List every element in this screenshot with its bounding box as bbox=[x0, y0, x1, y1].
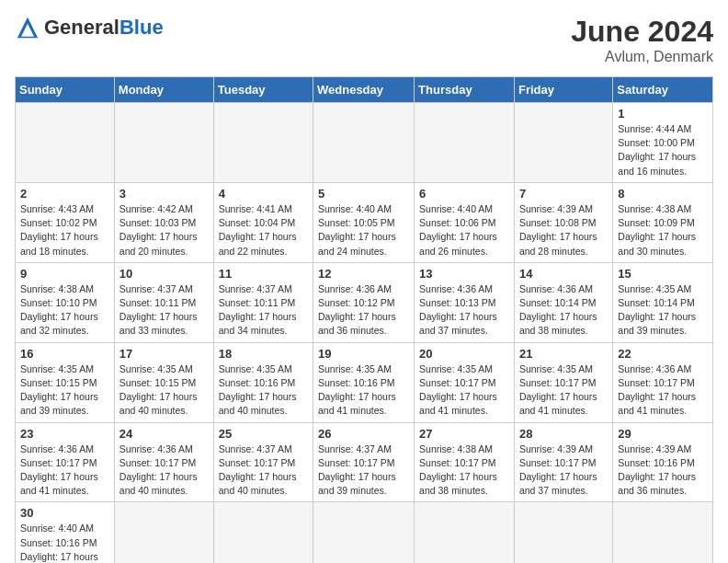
day-number: 30 bbox=[20, 506, 109, 520]
day-info: Sunrise: 4:38 AM Sunset: 10:09 PM Daylig… bbox=[618, 202, 708, 259]
day-info: Sunrise: 4:40 AM Sunset: 10:06 PM Daylig… bbox=[419, 202, 509, 259]
calendar-week-row: 9Sunrise: 4:38 AM Sunset: 10:10 PM Dayli… bbox=[16, 262, 713, 342]
calendar-cell bbox=[514, 502, 612, 563]
calendar-cell: 24Sunrise: 4:36 AM Sunset: 10:17 PM Dayl… bbox=[114, 422, 213, 502]
day-number: 25 bbox=[219, 427, 308, 441]
day-number: 29 bbox=[618, 427, 708, 441]
calendar-cell: 28Sunrise: 4:39 AM Sunset: 10:17 PM Dayl… bbox=[514, 422, 612, 502]
day-number: 8 bbox=[618, 187, 708, 201]
day-info: Sunrise: 4:36 AM Sunset: 10:12 PM Daylig… bbox=[318, 282, 409, 339]
calendar-table: Sunday Monday Tuesday Wednesday Thursday… bbox=[15, 76, 713, 563]
calendar-cell: 21Sunrise: 4:35 AM Sunset: 10:17 PM Dayl… bbox=[514, 342, 612, 422]
day-info: Sunrise: 4:35 AM Sunset: 10:15 PM Daylig… bbox=[20, 362, 109, 419]
day-number: 11 bbox=[219, 267, 308, 281]
calendar-cell: 30Sunrise: 4:40 AM Sunset: 10:16 PM Dayl… bbox=[16, 502, 115, 563]
calendar-cell: 13Sunrise: 4:36 AM Sunset: 10:13 PM Dayl… bbox=[415, 262, 515, 342]
calendar-cell: 17Sunrise: 4:35 AM Sunset: 10:15 PM Dayl… bbox=[114, 342, 213, 422]
calendar-cell: 8Sunrise: 4:38 AM Sunset: 10:09 PM Dayli… bbox=[613, 182, 713, 262]
calendar-cell: 2Sunrise: 4:43 AM Sunset: 10:02 PM Dayli… bbox=[16, 182, 115, 262]
day-number: 14 bbox=[519, 267, 608, 281]
calendar-cell: 5Sunrise: 4:40 AM Sunset: 10:05 PM Dayli… bbox=[313, 182, 415, 262]
day-number: 7 bbox=[519, 187, 608, 201]
header-saturday: Saturday bbox=[613, 77, 713, 103]
day-number: 16 bbox=[20, 347, 109, 361]
day-info: Sunrise: 4:38 AM Sunset: 10:10 PM Daylig… bbox=[20, 282, 109, 339]
header-wednesday: Wednesday bbox=[313, 77, 415, 103]
title-area: June 2024 Avlum, Denmark bbox=[571, 15, 713, 65]
day-info: Sunrise: 4:36 AM Sunset: 10:17 PM Daylig… bbox=[20, 442, 109, 499]
calendar-cell: 9Sunrise: 4:38 AM Sunset: 10:10 PM Dayli… bbox=[16, 262, 115, 342]
calendar-cell bbox=[613, 502, 713, 563]
calendar-cell bbox=[313, 103, 415, 183]
day-number: 9 bbox=[20, 267, 109, 281]
calendar-cell: 29Sunrise: 4:39 AM Sunset: 10:16 PM Dayl… bbox=[613, 422, 713, 502]
calendar-cell: 22Sunrise: 4:36 AM Sunset: 10:17 PM Dayl… bbox=[613, 342, 713, 422]
day-number: 6 bbox=[419, 187, 509, 201]
calendar-cell: 1Sunrise: 4:44 AM Sunset: 10:00 PM Dayli… bbox=[613, 103, 713, 183]
day-number: 13 bbox=[419, 267, 509, 281]
header-sunday: Sunday bbox=[16, 77, 115, 103]
calendar-cell bbox=[213, 103, 313, 183]
calendar-week-row: 16Sunrise: 4:35 AM Sunset: 10:15 PM Dayl… bbox=[16, 342, 713, 422]
calendar-cell: 19Sunrise: 4:35 AM Sunset: 10:16 PM Dayl… bbox=[313, 342, 415, 422]
day-info: Sunrise: 4:41 AM Sunset: 10:04 PM Daylig… bbox=[219, 202, 308, 259]
day-info: Sunrise: 4:36 AM Sunset: 10:17 PM Daylig… bbox=[119, 442, 209, 499]
page-header: GeneralBlue June 2024 Avlum, Denmark bbox=[15, 15, 713, 65]
calendar-cell: 27Sunrise: 4:38 AM Sunset: 10:17 PM Dayl… bbox=[415, 422, 515, 502]
day-info: Sunrise: 4:38 AM Sunset: 10:17 PM Daylig… bbox=[419, 442, 509, 499]
day-info: Sunrise: 4:35 AM Sunset: 10:17 PM Daylig… bbox=[519, 362, 608, 419]
day-number: 5 bbox=[318, 187, 409, 201]
day-number: 4 bbox=[219, 187, 308, 201]
calendar-week-row: 23Sunrise: 4:36 AM Sunset: 10:17 PM Dayl… bbox=[16, 422, 713, 502]
day-number: 24 bbox=[119, 427, 209, 441]
calendar-cell: 6Sunrise: 4:40 AM Sunset: 10:06 PM Dayli… bbox=[415, 182, 515, 262]
day-info: Sunrise: 4:37 AM Sunset: 10:11 PM Daylig… bbox=[219, 282, 308, 339]
location-title: Avlum, Denmark bbox=[571, 49, 713, 65]
day-info: Sunrise: 4:40 AM Sunset: 10:05 PM Daylig… bbox=[318, 202, 409, 259]
day-info: Sunrise: 4:37 AM Sunset: 10:17 PM Daylig… bbox=[318, 442, 409, 499]
calendar-cell bbox=[213, 502, 313, 563]
day-info: Sunrise: 4:36 AM Sunset: 10:14 PM Daylig… bbox=[519, 282, 608, 339]
day-number: 28 bbox=[519, 427, 608, 441]
day-number: 26 bbox=[318, 427, 409, 441]
calendar-cell bbox=[114, 103, 213, 183]
calendar-week-row: 30Sunrise: 4:40 AM Sunset: 10:16 PM Dayl… bbox=[16, 502, 713, 563]
day-number: 21 bbox=[519, 347, 608, 361]
day-number: 3 bbox=[119, 187, 209, 201]
day-number: 22 bbox=[618, 347, 708, 361]
day-number: 10 bbox=[119, 267, 209, 281]
calendar-cell: 15Sunrise: 4:35 AM Sunset: 10:14 PM Dayl… bbox=[613, 262, 713, 342]
month-title: June 2024 bbox=[571, 15, 713, 49]
day-info: Sunrise: 4:37 AM Sunset: 10:11 PM Daylig… bbox=[119, 282, 209, 339]
day-info: Sunrise: 4:35 AM Sunset: 10:16 PM Daylig… bbox=[219, 362, 308, 419]
day-number: 19 bbox=[318, 347, 409, 361]
header-tuesday: Tuesday bbox=[213, 77, 313, 103]
calendar-cell: 3Sunrise: 4:42 AM Sunset: 10:03 PM Dayli… bbox=[114, 182, 213, 262]
day-info: Sunrise: 4:36 AM Sunset: 10:13 PM Daylig… bbox=[419, 282, 509, 339]
calendar-cell: 4Sunrise: 4:41 AM Sunset: 10:04 PM Dayli… bbox=[213, 182, 313, 262]
calendar-cell bbox=[415, 103, 515, 183]
day-number: 18 bbox=[219, 347, 308, 361]
calendar-cell: 26Sunrise: 4:37 AM Sunset: 10:17 PM Dayl… bbox=[313, 422, 415, 502]
day-info: Sunrise: 4:37 AM Sunset: 10:17 PM Daylig… bbox=[219, 442, 308, 499]
calendar-cell: 12Sunrise: 4:36 AM Sunset: 10:12 PM Dayl… bbox=[313, 262, 415, 342]
day-number: 12 bbox=[318, 267, 409, 281]
day-info: Sunrise: 4:39 AM Sunset: 10:16 PM Daylig… bbox=[618, 442, 708, 499]
day-info: Sunrise: 4:44 AM Sunset: 10:00 PM Daylig… bbox=[618, 122, 708, 178]
day-number: 23 bbox=[20, 427, 109, 441]
calendar-cell: 7Sunrise: 4:39 AM Sunset: 10:08 PM Dayli… bbox=[514, 182, 612, 262]
logo-icon bbox=[15, 15, 40, 40]
day-number: 2 bbox=[20, 187, 109, 201]
logo: GeneralBlue bbox=[15, 15, 164, 40]
calendar-cell bbox=[514, 103, 612, 183]
calendar-cell: 25Sunrise: 4:37 AM Sunset: 10:17 PM Dayl… bbox=[213, 422, 313, 502]
calendar-cell bbox=[114, 502, 213, 563]
day-number: 1 bbox=[618, 107, 708, 121]
day-info: Sunrise: 4:35 AM Sunset: 10:17 PM Daylig… bbox=[419, 362, 509, 419]
weekday-header-row: Sunday Monday Tuesday Wednesday Thursday… bbox=[16, 77, 713, 103]
calendar-week-row: 1Sunrise: 4:44 AM Sunset: 10:00 PM Dayli… bbox=[16, 103, 713, 183]
day-number: 27 bbox=[419, 427, 509, 441]
day-info: Sunrise: 4:40 AM Sunset: 10:16 PM Daylig… bbox=[20, 522, 109, 563]
calendar-cell: 23Sunrise: 4:36 AM Sunset: 10:17 PM Dayl… bbox=[16, 422, 115, 502]
calendar-cell bbox=[415, 502, 515, 563]
